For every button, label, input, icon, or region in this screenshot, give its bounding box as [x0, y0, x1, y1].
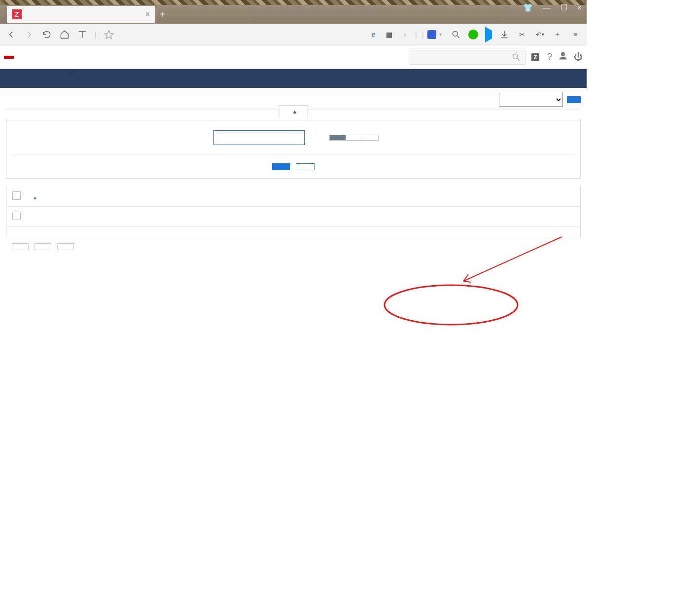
col-name[interactable]: ▲: [27, 186, 293, 207]
z-badge-icon: Z: [531, 53, 539, 61]
filter-box: [6, 120, 581, 179]
undo-icon[interactable]: ↶▾: [534, 29, 545, 40]
user-icon[interactable]: [558, 51, 568, 63]
browser-chrome: Z × + 👕 — ☐ ×: [0, 0, 587, 24]
qr-icon[interactable]: ▦: [384, 29, 394, 40]
subnav-discovery[interactable]: [77, 74, 89, 83]
window-tshirt-icon[interactable]: 👕: [523, 3, 533, 12]
row-checkbox[interactable]: [12, 212, 21, 220]
status-disabled[interactable]: [362, 135, 378, 140]
back-icon[interactable]: [6, 29, 17, 40]
subnav-maintenance[interactable]: [41, 74, 53, 83]
select-all-checkbox[interactable]: [12, 191, 21, 200]
zabbix-logo[interactable]: [4, 56, 14, 59]
star-icon[interactable]: [104, 29, 114, 40]
subnav-event-correlation[interactable]: [65, 74, 77, 83]
subnav-hosts[interactable]: [30, 74, 41, 83]
play-icon[interactable]: [485, 31, 492, 38]
bulk-enable-button[interactable]: [12, 243, 29, 250]
header-search[interactable]: [410, 50, 525, 65]
help-icon[interactable]: ?: [547, 52, 552, 62]
home-icon[interactable]: [59, 29, 70, 40]
svg-point-2: [561, 52, 565, 56]
forward-icon[interactable]: [24, 29, 35, 40]
header-search-input[interactable]: [414, 53, 511, 61]
chevron-down-icon[interactable]: ▾: [439, 32, 442, 37]
sub-nav: [0, 69, 587, 88]
search-icon[interactable]: [511, 52, 521, 62]
menu-administration[interactable]: [79, 50, 93, 64]
filter-toggle[interactable]: ▲: [279, 105, 308, 117]
reset-button[interactable]: [296, 163, 315, 170]
wechat-icon[interactable]: [468, 30, 478, 39]
subnav-host-groups[interactable]: [6, 74, 18, 83]
sort-asc-icon: ▲: [33, 195, 37, 200]
window-controls: 👕 — ☐ ×: [523, 3, 582, 12]
filter-arrow-icon: ▲: [292, 109, 298, 114]
browser-toolbar: | e ▦ › | 🐾 ▾ ✂ ↶▾ ＋ ≡: [0, 24, 587, 45]
window-close-icon[interactable]: ×: [577, 3, 582, 12]
actions-table: ▲: [6, 186, 581, 237]
status-enabled[interactable]: [346, 135, 362, 140]
ie-icon[interactable]: e: [368, 29, 379, 40]
menu-icon[interactable]: ≡: [570, 29, 581, 40]
menu-configuration[interactable]: [65, 50, 79, 64]
create-action-button[interactable]: [567, 96, 581, 103]
window-minimize-icon[interactable]: —: [543, 3, 551, 12]
row-conditions: [293, 207, 352, 227]
download-icon[interactable]: [499, 29, 510, 40]
scissors-icon[interactable]: ✂: [517, 29, 527, 40]
new-tab-button[interactable]: +: [160, 9, 166, 20]
status-button-group: [329, 135, 379, 141]
menu-inventory[interactable]: [37, 50, 51, 64]
plus-icon[interactable]: ＋: [552, 29, 563, 40]
chevron-right-icon: ›: [399, 29, 410, 40]
col-conditions: [293, 186, 352, 207]
subnav-templates[interactable]: [18, 74, 30, 83]
menu-reports[interactable]: [51, 50, 65, 64]
col-status[interactable]: [541, 186, 581, 207]
power-icon[interactable]: ⏻: [574, 52, 583, 62]
reload-icon[interactable]: [41, 29, 52, 40]
bulk-disable-button[interactable]: [35, 243, 51, 250]
page-content: ▲: [0, 88, 587, 255]
close-tab-icon[interactable]: ×: [145, 10, 150, 19]
col-operations: [352, 186, 541, 207]
subnav-actions[interactable]: [53, 74, 65, 83]
search-icon[interactable]: [451, 29, 461, 40]
share-button[interactable]: Z: [531, 53, 541, 61]
row-operations: [352, 207, 541, 227]
svg-point-0: [453, 31, 457, 36]
svg-point-1: [513, 54, 518, 59]
table-row: [6, 207, 581, 227]
table-footer: [6, 227, 581, 237]
bulk-action-bar: [6, 243, 581, 250]
subnav-services[interactable]: [89, 74, 101, 83]
baidu-icon[interactable]: 🐾: [427, 30, 436, 39]
browser-tab[interactable]: Z ×: [7, 6, 155, 23]
event-source-select[interactable]: [499, 93, 563, 107]
main-menu: [24, 50, 93, 64]
apply-button[interactable]: [272, 163, 290, 170]
zabbix-header: Z ? ⏻: [0, 45, 587, 69]
window-maximize-icon[interactable]: ☐: [560, 3, 567, 12]
status-any[interactable]: [330, 135, 346, 140]
zabbix-favicon: Z: [12, 9, 22, 19]
footer: [0, 428, 587, 452]
filter-name-input[interactable]: [213, 130, 305, 145]
menu-monitoring[interactable]: [24, 50, 37, 64]
book-icon[interactable]: [77, 29, 88, 40]
bulk-delete-button[interactable]: [57, 243, 74, 250]
